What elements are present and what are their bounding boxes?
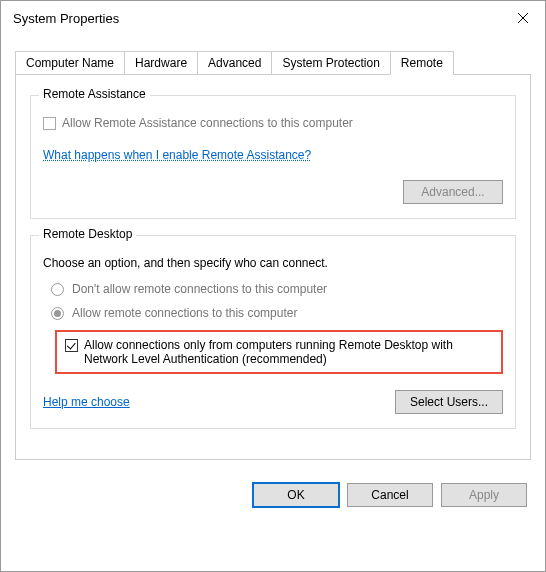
- link-help-me-choose[interactable]: Help me choose: [43, 395, 130, 409]
- tab-advanced[interactable]: Advanced: [197, 51, 272, 75]
- radio-icon: [51, 283, 64, 296]
- group-legend: Remote Desktop: [39, 227, 136, 241]
- intro-text: Choose an option, and then specify who c…: [43, 256, 503, 270]
- tab-computer-name[interactable]: Computer Name: [15, 51, 125, 75]
- tab-remote[interactable]: Remote: [390, 51, 454, 75]
- ok-button[interactable]: OK: [253, 483, 339, 507]
- link-row: What happens when I enable Remote Assist…: [43, 148, 503, 162]
- apply-button[interactable]: Apply: [441, 483, 527, 507]
- group-legend: Remote Assistance: [39, 87, 150, 101]
- titlebar: System Properties: [1, 1, 545, 35]
- radio-allow-remote[interactable]: Allow remote connections to this compute…: [51, 306, 503, 320]
- group-remote-assistance: Remote Assistance Allow Remote Assistanc…: [30, 95, 516, 219]
- close-button[interactable]: [501, 3, 545, 33]
- radio-label: Allow remote connections to this compute…: [72, 306, 297, 320]
- link-remote-assistance-help[interactable]: What happens when I enable Remote Assist…: [43, 148, 311, 162]
- window-title: System Properties: [13, 11, 119, 26]
- tab-panel-remote: Remote Assistance Allow Remote Assistanc…: [15, 74, 531, 460]
- tab-system-protection[interactable]: System Protection: [271, 51, 390, 75]
- advanced-button[interactable]: Advanced...: [403, 180, 503, 204]
- close-icon: [518, 13, 528, 23]
- checkbox-nla[interactable]: Allow connections only from computers ru…: [65, 338, 493, 366]
- select-users-button[interactable]: Select Users...: [395, 390, 503, 414]
- cancel-button[interactable]: Cancel: [347, 483, 433, 507]
- group-remote-desktop: Remote Desktop Choose an option, and the…: [30, 235, 516, 429]
- tab-hardware[interactable]: Hardware: [124, 51, 198, 75]
- checkbox-label: Allow connections only from computers ru…: [84, 338, 493, 366]
- dialog-buttons: OK Cancel Apply: [1, 473, 545, 521]
- radio-icon: [51, 307, 64, 320]
- checkbox-allow-remote-assistance[interactable]: Allow Remote Assistance connections to t…: [43, 116, 503, 130]
- radio-label: Don't allow remote connections to this c…: [72, 282, 327, 296]
- radio-disallow-remote[interactable]: Don't allow remote connections to this c…: [51, 282, 503, 296]
- checkbox-label: Allow Remote Assistance connections to t…: [62, 116, 353, 130]
- checkbox-icon: [43, 117, 56, 130]
- tabstrip: Computer Name Hardware Advanced System P…: [1, 35, 545, 75]
- checkbox-icon: [65, 339, 78, 352]
- highlighted-nla-option: Allow connections only from computers ru…: [55, 330, 503, 374]
